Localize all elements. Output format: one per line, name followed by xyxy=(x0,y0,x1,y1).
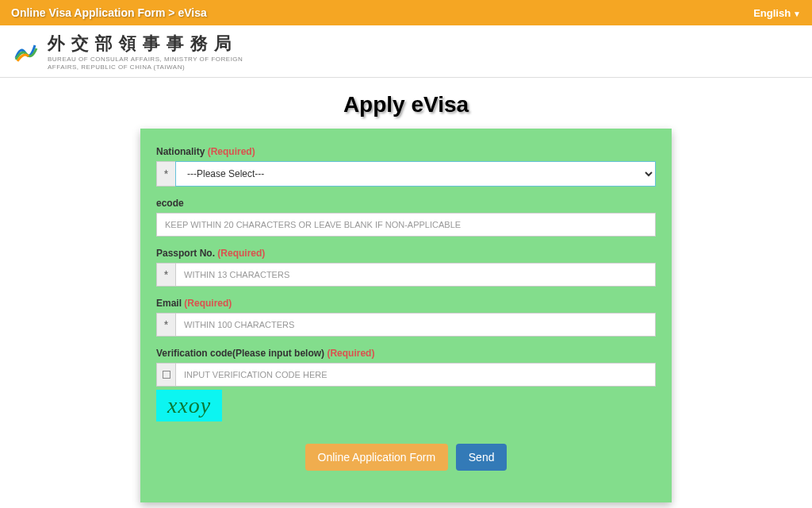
label-verification-text: Verification code(Please input below) xyxy=(156,348,324,359)
passport-addon: * xyxy=(156,263,175,287)
required-marker: (Required) xyxy=(208,146,255,157)
field-ecode: ecode xyxy=(156,198,656,237)
header-title-en1: BUREAU OF CONSULAR AFFAIRS, MINISTRY OF … xyxy=(48,56,243,64)
verification-input[interactable] xyxy=(175,363,656,387)
required-marker: (Required) xyxy=(184,298,232,309)
language-label: English xyxy=(753,7,791,19)
online-application-form-button[interactable]: Online Application Form xyxy=(305,444,449,471)
required-marker: (Required) xyxy=(217,248,265,259)
field-email: Email (Required) * xyxy=(156,298,656,337)
field-passport: Passport No. (Required) * xyxy=(156,248,656,287)
required-marker: (Required) xyxy=(327,348,374,359)
label-ecode: ecode xyxy=(156,198,656,209)
label-passport: Passport No. (Required) xyxy=(156,248,656,259)
header-title-en2: AFFAIRS, REPUBLIC OF CHINA (TAIWAN) xyxy=(48,64,243,71)
boca-logo-icon xyxy=(11,37,40,66)
header: 外交部領事事務局 BUREAU OF CONSULAR AFFAIRS, MIN… xyxy=(0,25,812,78)
nationality-addon: * xyxy=(156,161,175,187)
breadcrumb: Online Visa Application Form > eVisa xyxy=(11,6,207,19)
page-title: Apply eVisa xyxy=(0,92,812,117)
email-addon: * xyxy=(156,313,175,337)
passport-input[interactable] xyxy=(175,263,656,287)
form-panel: Nationality (Required) * ---Please Selec… xyxy=(140,129,672,502)
label-passport-text: Passport No. xyxy=(156,248,215,259)
nationality-select[interactable]: ---Please Select--- xyxy=(175,161,656,187)
label-verification: Verification code(Please input below) (R… xyxy=(156,348,656,359)
header-title-cn: 外交部領事事務局 xyxy=(48,32,243,56)
label-nationality-text: Nationality xyxy=(156,146,205,157)
verification-checkbox-icon xyxy=(163,371,170,379)
button-row: Online Application Form Send xyxy=(156,444,656,471)
email-input[interactable] xyxy=(175,313,656,337)
label-email-text: Email xyxy=(156,298,182,309)
field-nationality: Nationality (Required) * ---Please Selec… xyxy=(156,146,656,187)
label-email: Email (Required) xyxy=(156,298,656,309)
ecode-input[interactable] xyxy=(156,213,656,237)
topbar: Online Visa Application Form > eVisa Eng… xyxy=(0,0,812,25)
label-nationality: Nationality (Required) xyxy=(156,146,656,157)
send-button[interactable]: Send xyxy=(456,444,508,471)
field-verification: Verification code(Please input below) (R… xyxy=(156,348,656,421)
captcha-text: xxoy xyxy=(167,393,211,418)
header-text: 外交部領事事務局 BUREAU OF CONSULAR AFFAIRS, MIN… xyxy=(48,32,243,71)
captcha-image: xxoy xyxy=(156,390,222,421)
language-dropdown[interactable]: English▼ xyxy=(753,7,801,19)
verification-addon xyxy=(156,363,175,387)
chevron-down-icon: ▼ xyxy=(793,10,801,18)
